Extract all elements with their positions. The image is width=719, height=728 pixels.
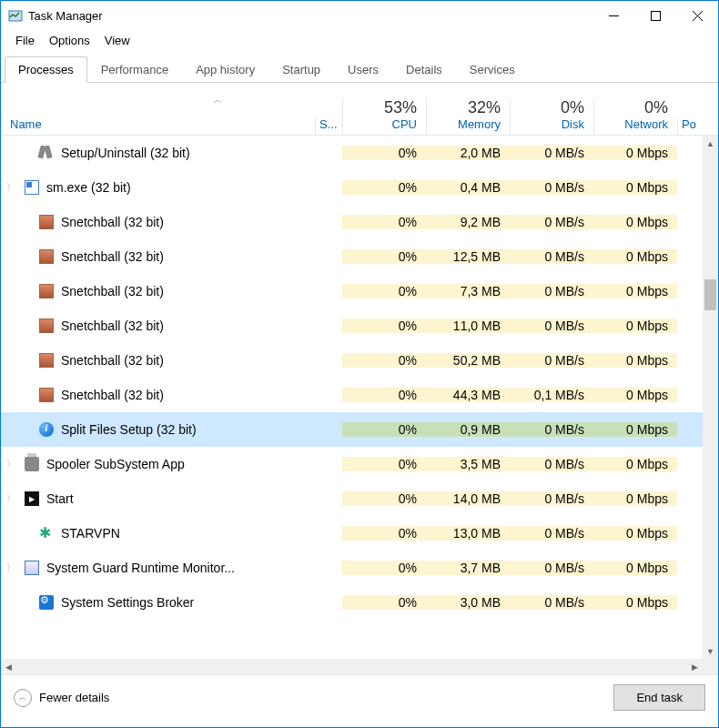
close-button[interactable] (676, 1, 718, 30)
maximize-button[interactable] (634, 1, 676, 30)
process-icon (35, 388, 57, 402)
process-icon (35, 422, 57, 437)
table-row[interactable]: ✱STARVPN0%13,0 MB0 MB/s0 Mbps (1, 516, 703, 551)
table-row[interactable]: 〉sm.exe (32 bit)0%0,4 MB0 MB/s0 Mbps (1, 170, 703, 205)
process-network: 0 Mbps (593, 595, 677, 610)
scroll-up-button[interactable]: ▲ (703, 136, 718, 151)
minimize-button[interactable] (592, 1, 634, 30)
tab-processes[interactable]: Processes (5, 56, 87, 83)
scroll-thumb[interactable] (704, 279, 716, 310)
column-name[interactable]: ︿ Name (1, 94, 315, 135)
process-icon (35, 146, 57, 160)
scroll-right-button[interactable]: ▶ (687, 662, 703, 672)
expand-toggle-icon[interactable]: 〉 (1, 561, 21, 574)
process-cpu: 0% (342, 422, 426, 437)
process-memory: 14,0 MB (426, 491, 510, 506)
title-bar: Task Manager (1, 1, 718, 30)
process-disk: 0 MB/s (510, 318, 593, 333)
column-power[interactable]: Po (677, 117, 703, 135)
tab-details[interactable]: Details (392, 56, 456, 82)
column-status[interactable]: S... (315, 117, 342, 135)
vertical-scrollbar[interactable]: ▲ ▼ (703, 136, 718, 659)
table-row[interactable]: System Settings Broker0%3,0 MB0 MB/s0 Mb… (1, 585, 703, 620)
menu-file[interactable]: File (8, 32, 42, 49)
scroll-left-button[interactable]: ◀ (1, 662, 16, 672)
column-headers: ︿ Name S... 53% CPU 32% Memory 0% Disk 0… (1, 83, 718, 136)
table-row[interactable]: Setup/Uninstall (32 bit)0%2,0 MB0 MB/s0 … (1, 136, 703, 170)
expand-toggle-icon[interactable]: 〉 (1, 492, 21, 505)
table-row[interactable]: Snetchball (32 bit)0%44,3 MB0,1 MB/s0 Mb… (1, 378, 703, 412)
table-row[interactable]: Snetchball (32 bit)0%7,3 MB0 MB/s0 Mbps (1, 274, 703, 308)
process-network: 0 Mbps (593, 249, 677, 264)
cpu-header-label: CPU (343, 117, 417, 131)
table-row[interactable]: Snetchball (32 bit)0%50,2 MB0 MB/s0 Mbps (1, 343, 703, 378)
scroll-down-button[interactable]: ▼ (703, 643, 718, 659)
process-cpu: 0% (342, 561, 426, 575)
process-icon (21, 457, 43, 471)
process-name: Snetchball (32 bit) (57, 284, 315, 298)
tab-startup[interactable]: Startup (268, 56, 334, 82)
process-network: 0 Mbps (593, 353, 677, 368)
disk-header-label: Disk (511, 117, 584, 131)
process-network: 0 Mbps (593, 215, 677, 229)
process-name: STARVPN (57, 526, 315, 541)
process-network: 0 Mbps (593, 561, 677, 575)
end-task-button[interactable]: End task (613, 684, 705, 711)
process-cpu: 0% (342, 491, 426, 506)
process-name: Spooler SubSystem App (43, 457, 315, 471)
window-title: Task Manager (28, 9, 592, 23)
tab-users[interactable]: Users (334, 56, 392, 82)
memory-header-label: Memory (427, 117, 501, 131)
process-disk: 0 MB/s (510, 457, 593, 471)
table-row[interactable]: 〉Spooler SubSystem App0%3,5 MB0 MB/s0 Mb… (1, 447, 703, 481)
network-total-percent: 0% (594, 98, 668, 117)
process-disk: 0 MB/s (510, 595, 593, 610)
process-memory: 3,7 MB (426, 561, 510, 575)
column-network[interactable]: 0% Network (593, 98, 677, 135)
expand-toggle-icon[interactable]: 〉 (1, 458, 21, 470)
process-cpu: 0% (342, 595, 426, 610)
svg-rect-2 (651, 11, 660, 20)
table-row[interactable]: 〉▶Start0%14,0 MB0 MB/s0 Mbps (1, 481, 703, 516)
process-disk: 0 MB/s (510, 146, 593, 160)
process-name: Snetchball (32 bit) (57, 353, 315, 368)
process-memory: 3,5 MB (426, 457, 510, 471)
process-memory: 0,4 MB (426, 180, 510, 195)
process-memory: 13,0 MB (426, 526, 510, 541)
tab-apphistory[interactable]: App history (182, 56, 268, 82)
menu-options[interactable]: Options (42, 32, 97, 49)
process-cpu: 0% (342, 457, 426, 471)
column-disk[interactable]: 0% Disk (510, 98, 593, 135)
process-disk: 0,1 MB/s (510, 388, 593, 402)
process-cpu: 0% (342, 318, 426, 333)
process-network: 0 Mbps (593, 457, 677, 471)
process-name: Snetchball (32 bit) (57, 215, 315, 229)
process-disk: 0 MB/s (510, 561, 593, 575)
table-row[interactable]: Snetchball (32 bit)0%12,5 MB0 MB/s0 Mbps (1, 239, 703, 274)
process-memory: 7,3 MB (426, 284, 510, 298)
column-name-label: Name (10, 117, 315, 131)
process-disk: 0 MB/s (510, 526, 593, 541)
process-network: 0 Mbps (593, 146, 677, 160)
table-row[interactable]: Snetchball (32 bit)0%11,0 MB0 MB/s0 Mbps (1, 308, 703, 343)
tab-services[interactable]: Services (456, 56, 529, 82)
fewer-details-button[interactable]: ︿ Fewer details (14, 689, 109, 707)
column-memory[interactable]: 32% Memory (426, 98, 510, 135)
column-cpu[interactable]: 53% CPU (342, 98, 426, 135)
process-disk: 0 MB/s (510, 353, 593, 368)
process-icon (35, 318, 57, 333)
expand-toggle-icon[interactable]: 〉 (1, 181, 21, 194)
process-memory: 0,9 MB (426, 422, 510, 437)
process-cpu: 0% (342, 284, 426, 298)
process-disk: 0 MB/s (510, 491, 593, 506)
process-cpu: 0% (342, 353, 426, 368)
menu-view[interactable]: View (97, 32, 137, 49)
table-row[interactable]: Snetchball (32 bit)0%9,2 MB0 MB/s0 Mbps (1, 205, 703, 239)
table-row[interactable]: Split Files Setup (32 bit)0%0,9 MB0 MB/s… (1, 412, 703, 447)
process-icon (35, 595, 57, 610)
tab-performance[interactable]: Performance (87, 56, 182, 82)
process-memory: 44,3 MB (426, 388, 510, 402)
horizontal-scrollbar[interactable]: ◀ ▶ (1, 659, 718, 674)
table-row[interactable]: 〉System Guard Runtime Monitor...0%3,7 MB… (1, 551, 703, 585)
process-icon (35, 249, 57, 264)
